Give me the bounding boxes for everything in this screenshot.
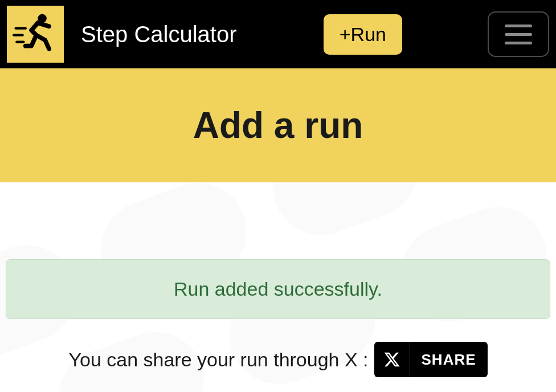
share-prompt: You can share your run through X :: [68, 349, 368, 371]
add-run-button[interactable]: +Run: [324, 14, 402, 55]
share-row: You can share your run through X : SHARE: [6, 342, 550, 377]
page-banner: Add a run: [0, 68, 556, 182]
svg-rect-8: [0, 381, 46, 392]
svg-rect-7: [430, 182, 556, 186]
logo[interactable]: [7, 6, 64, 63]
success-alert: Run added successfully.: [6, 259, 550, 319]
main-content: Run added successfully. You can share yo…: [0, 182, 556, 392]
navbar-left: Step Calculator: [7, 6, 236, 63]
page-title: Add a run: [193, 104, 363, 146]
share-button-label: SHARE: [410, 351, 488, 369]
x-icon: [383, 351, 400, 368]
share-on-x-button[interactable]: SHARE: [374, 342, 488, 377]
brand-title[interactable]: Step Calculator: [81, 22, 236, 47]
navbar: Step Calculator +Run: [0, 0, 556, 68]
hamburger-icon: [505, 24, 532, 27]
runner-icon: [11, 10, 60, 59]
menu-toggle-button[interactable]: [488, 11, 549, 57]
navbar-right: +Run: [324, 11, 549, 57]
